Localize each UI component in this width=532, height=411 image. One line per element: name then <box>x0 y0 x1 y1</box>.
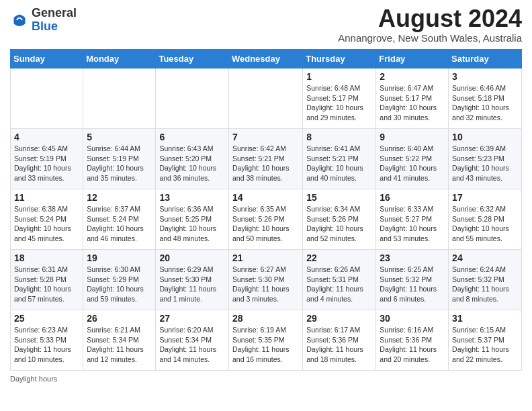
calendar-cell: 2Sunrise: 6:47 AM Sunset: 5:17 PM Daylig… <box>376 68 449 129</box>
day-number: 23 <box>380 253 445 263</box>
day-info: Sunrise: 6:20 AM Sunset: 5:34 PM Dayligh… <box>159 325 225 365</box>
location-subtitle: Annangrove, New South Wales, Australia <box>338 32 522 44</box>
day-number: 8 <box>306 132 372 142</box>
day-number: 2 <box>380 71 445 82</box>
calendar-header-thursday: Thursday <box>303 50 376 68</box>
calendar-header-saturday: Saturday <box>449 50 522 68</box>
day-info: Sunrise: 6:46 AM Sunset: 5:18 PM Dayligh… <box>452 83 518 123</box>
calendar-cell: 16Sunrise: 6:33 AM Sunset: 5:27 PM Dayli… <box>376 189 449 250</box>
day-info: Sunrise: 6:19 AM Sunset: 5:35 PM Dayligh… <box>232 325 299 365</box>
day-number: 25 <box>14 313 79 324</box>
day-number: 14 <box>232 192 299 203</box>
calendar-header-friday: Friday <box>376 50 449 68</box>
calendar-cell: 22Sunrise: 6:26 AM Sunset: 5:31 PM Dayli… <box>303 250 376 310</box>
calendar-cell <box>83 68 156 129</box>
logo-icon <box>10 11 29 30</box>
calendar-cell: 23Sunrise: 6:25 AM Sunset: 5:32 PM Dayli… <box>376 250 449 310</box>
day-info: Sunrise: 6:26 AM Sunset: 5:31 PM Dayligh… <box>306 265 372 304</box>
day-number: 24 <box>452 253 518 263</box>
logo-general: General <box>32 6 77 19</box>
calendar-header-tuesday: Tuesday <box>156 50 229 68</box>
calendar-cell: 4Sunrise: 6:45 AM Sunset: 5:19 PM Daylig… <box>11 129 83 189</box>
day-number: 13 <box>159 192 225 203</box>
day-number: 10 <box>452 132 518 142</box>
day-number: 26 <box>87 313 152 324</box>
day-number: 29 <box>306 313 372 324</box>
day-number: 12 <box>87 192 152 203</box>
day-number: 31 <box>452 313 518 324</box>
calendar-week-row: 11Sunrise: 6:38 AM Sunset: 5:24 PM Dayli… <box>11 189 522 250</box>
calendar-cell: 6Sunrise: 6:43 AM Sunset: 5:20 PM Daylig… <box>156 129 229 189</box>
calendar-cell: 17Sunrise: 6:32 AM Sunset: 5:28 PM Dayli… <box>449 189 522 250</box>
day-number: 5 <box>87 132 152 142</box>
day-number: 20 <box>159 253 225 263</box>
calendar-week-row: 18Sunrise: 6:31 AM Sunset: 5:28 PM Dayli… <box>11 250 522 310</box>
day-number: 7 <box>232 132 299 142</box>
calendar-cell: 9Sunrise: 6:40 AM Sunset: 5:22 PM Daylig… <box>376 129 449 189</box>
day-number: 16 <box>380 192 445 203</box>
day-info: Sunrise: 6:43 AM Sunset: 5:20 PM Dayligh… <box>159 144 225 183</box>
calendar-week-row: 4Sunrise: 6:45 AM Sunset: 5:19 PM Daylig… <box>11 129 522 189</box>
day-number: 17 <box>452 192 518 203</box>
day-info: Sunrise: 6:45 AM Sunset: 5:19 PM Dayligh… <box>14 144 79 183</box>
day-info: Sunrise: 6:48 AM Sunset: 5:17 PM Dayligh… <box>306 83 372 123</box>
calendar-header-row: SundayMondayTuesdayWednesdayThursdayFrid… <box>11 50 522 68</box>
day-info: Sunrise: 6:30 AM Sunset: 5:29 PM Dayligh… <box>87 265 152 304</box>
day-number: 27 <box>159 313 225 324</box>
calendar-cell: 20Sunrise: 6:29 AM Sunset: 5:30 PM Dayli… <box>156 250 229 310</box>
calendar-cell: 30Sunrise: 6:16 AM Sunset: 5:36 PM Dayli… <box>376 310 449 371</box>
calendar-cell: 3Sunrise: 6:46 AM Sunset: 5:18 PM Daylig… <box>449 68 522 129</box>
day-info: Sunrise: 6:40 AM Sunset: 5:22 PM Dayligh… <box>380 144 445 183</box>
day-info: Sunrise: 6:23 AM Sunset: 5:33 PM Dayligh… <box>14 325 79 365</box>
day-number: 21 <box>232 253 299 263</box>
day-info: Sunrise: 6:29 AM Sunset: 5:30 PM Dayligh… <box>159 265 225 304</box>
logo: General Blue <box>10 7 77 34</box>
calendar-header-wednesday: Wednesday <box>228 50 302 68</box>
day-info: Sunrise: 6:16 AM Sunset: 5:36 PM Dayligh… <box>380 325 445 365</box>
day-info: Sunrise: 6:37 AM Sunset: 5:24 PM Dayligh… <box>87 204 152 244</box>
calendar-cell: 7Sunrise: 6:42 AM Sunset: 5:21 PM Daylig… <box>228 129 302 189</box>
calendar-cell: 13Sunrise: 6:36 AM Sunset: 5:25 PM Dayli… <box>156 189 229 250</box>
calendar-cell: 19Sunrise: 6:30 AM Sunset: 5:29 PM Dayli… <box>83 250 156 310</box>
calendar-cell: 1Sunrise: 6:48 AM Sunset: 5:17 PM Daylig… <box>303 68 376 129</box>
day-info: Sunrise: 6:36 AM Sunset: 5:25 PM Dayligh… <box>159 204 225 244</box>
calendar-cell: 24Sunrise: 6:24 AM Sunset: 5:32 PM Dayli… <box>449 250 522 310</box>
day-info: Sunrise: 6:15 AM Sunset: 5:37 PM Dayligh… <box>452 325 518 365</box>
calendar-cell: 27Sunrise: 6:20 AM Sunset: 5:34 PM Dayli… <box>156 310 229 371</box>
calendar-week-row: 1Sunrise: 6:48 AM Sunset: 5:17 PM Daylig… <box>11 68 522 129</box>
calendar-cell: 28Sunrise: 6:19 AM Sunset: 5:35 PM Dayli… <box>228 310 302 371</box>
day-info: Sunrise: 6:44 AM Sunset: 5:19 PM Dayligh… <box>87 144 152 183</box>
calendar-cell: 10Sunrise: 6:39 AM Sunset: 5:23 PM Dayli… <box>449 129 522 189</box>
calendar-table: SundayMondayTuesdayWednesdayThursdayFrid… <box>10 49 522 371</box>
calendar-header-sunday: Sunday <box>11 50 83 68</box>
calendar-cell: 29Sunrise: 6:17 AM Sunset: 5:36 PM Dayli… <box>303 310 376 371</box>
day-number: 3 <box>452 71 518 82</box>
calendar-cell <box>156 68 229 129</box>
day-info: Sunrise: 6:35 AM Sunset: 5:26 PM Dayligh… <box>232 204 299 244</box>
calendar-cell: 11Sunrise: 6:38 AM Sunset: 5:24 PM Dayli… <box>11 189 83 250</box>
calendar-cell: 31Sunrise: 6:15 AM Sunset: 5:37 PM Dayli… <box>449 310 522 371</box>
logo-blue: Blue <box>32 19 58 33</box>
day-info: Sunrise: 6:39 AM Sunset: 5:23 PM Dayligh… <box>452 144 518 183</box>
calendar-cell <box>228 68 302 129</box>
day-info: Sunrise: 6:21 AM Sunset: 5:34 PM Dayligh… <box>87 325 152 365</box>
calendar-cell: 8Sunrise: 6:41 AM Sunset: 5:21 PM Daylig… <box>303 129 376 189</box>
calendar-cell: 15Sunrise: 6:34 AM Sunset: 5:26 PM Dayli… <box>303 189 376 250</box>
page-header: General Blue August 2024 Annangrove, New… <box>10 7 522 44</box>
day-number: 19 <box>87 253 152 263</box>
day-number: 28 <box>232 313 299 324</box>
month-year-title: August 2024 <box>338 7 522 31</box>
calendar-cell: 26Sunrise: 6:21 AM Sunset: 5:34 PM Dayli… <box>83 310 156 371</box>
calendar-cell: 18Sunrise: 6:31 AM Sunset: 5:28 PM Dayli… <box>11 250 83 310</box>
day-info: Sunrise: 6:38 AM Sunset: 5:24 PM Dayligh… <box>14 204 79 244</box>
day-info: Sunrise: 6:27 AM Sunset: 5:30 PM Dayligh… <box>232 265 299 304</box>
day-info: Sunrise: 6:31 AM Sunset: 5:28 PM Dayligh… <box>14 265 79 304</box>
day-number: 1 <box>306 71 372 82</box>
day-number: 6 <box>159 132 225 142</box>
day-number: 22 <box>306 253 372 263</box>
day-info: Sunrise: 6:17 AM Sunset: 5:36 PM Dayligh… <box>306 325 372 365</box>
calendar-cell: 12Sunrise: 6:37 AM Sunset: 5:24 PM Dayli… <box>83 189 156 250</box>
calendar-cell: 14Sunrise: 6:35 AM Sunset: 5:26 PM Dayli… <box>228 189 302 250</box>
logo-text: General Blue <box>32 7 77 34</box>
day-number: 4 <box>14 132 79 142</box>
